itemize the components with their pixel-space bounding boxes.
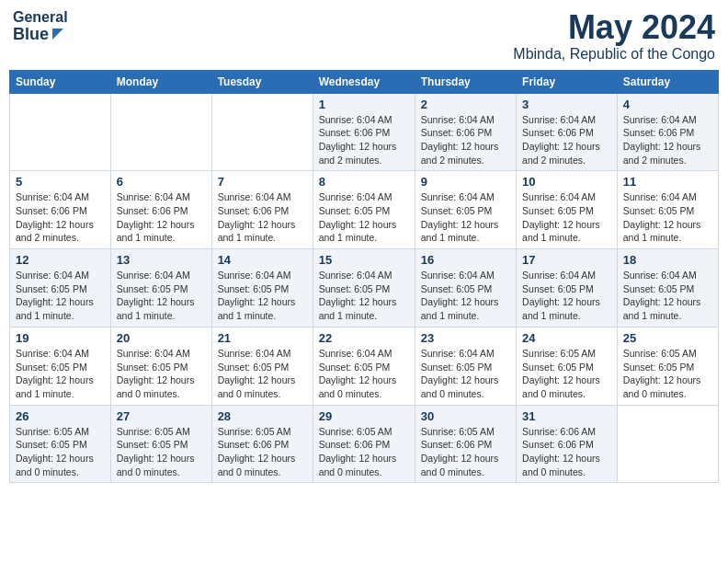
day-info: Sunrise: 6:04 AM Sunset: 6:05 PM Dayligh… [623,269,712,323]
calendar-cell: 7Sunrise: 6:04 AM Sunset: 6:06 PM Daylig… [211,171,313,249]
calendar-cell: 8Sunrise: 6:04 AM Sunset: 6:05 PM Daylig… [313,171,415,249]
calendar-cell: 1Sunrise: 6:04 AM Sunset: 6:06 PM Daylig… [313,93,415,171]
day-number: 16 [421,253,510,267]
calendar-cell: 17Sunrise: 6:04 AM Sunset: 6:05 PM Dayli… [517,249,618,327]
calendar-cell: 22Sunrise: 6:04 AM Sunset: 6:05 PM Dayli… [313,327,415,405]
day-number: 24 [522,331,611,345]
day-info: Sunrise: 6:04 AM Sunset: 6:06 PM Dayligh… [117,190,206,245]
page-title: May 2024 [513,9,715,46]
day-number: 27 [117,409,206,423]
calendar-cell: 28Sunrise: 6:05 AM Sunset: 6:06 PM Dayli… [211,405,313,483]
calendar-cell: 13Sunrise: 6:04 AM Sunset: 6:05 PM Dayli… [110,249,211,327]
day-info: Sunrise: 6:04 AM Sunset: 6:05 PM Dayligh… [218,347,307,401]
page-header: General Blue May 2024 Mbinda, Republic o… [9,9,719,63]
day-info: Sunrise: 6:04 AM Sunset: 6:06 PM Dayligh… [319,113,409,167]
calendar-cell: 12Sunrise: 6:04 AM Sunset: 6:05 PM Dayli… [10,249,111,327]
day-info: Sunrise: 6:05 AM Sunset: 6:05 PM Dayligh… [522,347,611,401]
col-friday: Friday [517,70,618,93]
logo-general-text: General [13,9,68,26]
calendar-cell [110,93,211,171]
day-info: Sunrise: 6:04 AM Sunset: 6:05 PM Dayligh… [218,269,307,323]
day-info: Sunrise: 6:04 AM Sunset: 6:05 PM Dayligh… [522,190,611,245]
day-number: 2 [421,98,510,111]
day-number: 11 [623,175,712,189]
calendar-cell: 18Sunrise: 6:04 AM Sunset: 6:05 PM Dayli… [617,249,718,327]
day-info: Sunrise: 6:04 AM Sunset: 6:05 PM Dayligh… [117,269,206,323]
page-subtitle: Mbinda, Republic of the Congo [513,46,715,63]
calendar-cell [10,93,111,171]
calendar-table: Sunday Monday Tuesday Wednesday Thursday… [9,70,719,484]
day-number: 15 [319,253,409,267]
day-number: 22 [319,331,409,345]
calendar-cell: 5Sunrise: 6:04 AM Sunset: 6:06 PM Daylig… [10,171,111,249]
day-number: 13 [117,253,206,267]
day-info: Sunrise: 6:06 AM Sunset: 6:06 PM Dayligh… [522,425,611,479]
week-row-0: 1Sunrise: 6:04 AM Sunset: 6:06 PM Daylig… [10,93,719,171]
col-thursday: Thursday [415,70,516,93]
calendar-cell: 27Sunrise: 6:05 AM Sunset: 6:05 PM Dayli… [110,405,211,483]
week-row-1: 5Sunrise: 6:04 AM Sunset: 6:06 PM Daylig… [10,171,719,249]
col-sunday: Sunday [10,70,111,93]
day-info: Sunrise: 6:04 AM Sunset: 6:05 PM Dayligh… [117,347,206,401]
day-info: Sunrise: 6:05 AM Sunset: 6:06 PM Dayligh… [421,425,510,479]
day-number: 19 [16,331,105,345]
day-number: 31 [522,409,611,423]
day-number: 21 [218,331,307,345]
calendar-cell: 11Sunrise: 6:04 AM Sunset: 6:05 PM Dayli… [617,171,718,249]
day-info: Sunrise: 6:04 AM Sunset: 6:05 PM Dayligh… [319,269,409,323]
day-number: 26 [16,409,105,423]
calendar-cell: 25Sunrise: 6:05 AM Sunset: 6:05 PM Dayli… [617,327,718,405]
calendar-cell: 9Sunrise: 6:04 AM Sunset: 6:05 PM Daylig… [415,171,516,249]
col-wednesday: Wednesday [313,70,415,93]
day-number: 28 [218,409,307,423]
day-number: 29 [319,409,409,423]
day-number: 20 [117,331,206,345]
calendar-cell: 14Sunrise: 6:04 AM Sunset: 6:05 PM Dayli… [211,249,313,327]
calendar-cell: 16Sunrise: 6:04 AM Sunset: 6:05 PM Dayli… [415,249,516,327]
calendar-cell: 20Sunrise: 6:04 AM Sunset: 6:05 PM Dayli… [110,327,211,405]
day-info: Sunrise: 6:05 AM Sunset: 6:06 PM Dayligh… [319,425,409,479]
calendar-cell: 3Sunrise: 6:04 AM Sunset: 6:06 PM Daylig… [517,93,618,171]
logo: General Blue [13,9,68,43]
day-info: Sunrise: 6:04 AM Sunset: 6:05 PM Dayligh… [421,269,510,323]
day-number: 25 [623,331,712,345]
calendar-cell: 26Sunrise: 6:05 AM Sunset: 6:05 PM Dayli… [10,405,111,483]
day-number: 17 [522,253,611,267]
calendar-header-row: Sunday Monday Tuesday Wednesday Thursday… [10,70,719,93]
day-number: 7 [218,175,307,189]
calendar-cell: 23Sunrise: 6:04 AM Sunset: 6:05 PM Dayli… [415,327,516,405]
day-number: 14 [218,253,307,267]
day-number: 10 [522,175,611,189]
calendar-cell [617,405,718,483]
day-info: Sunrise: 6:04 AM Sunset: 6:06 PM Dayligh… [218,190,307,245]
week-row-3: 19Sunrise: 6:04 AM Sunset: 6:05 PM Dayli… [10,327,719,405]
col-monday: Monday [110,70,211,93]
day-info: Sunrise: 6:04 AM Sunset: 6:06 PM Dayligh… [421,113,510,167]
day-info: Sunrise: 6:05 AM Sunset: 6:06 PM Dayligh… [218,425,307,479]
day-info: Sunrise: 6:04 AM Sunset: 6:05 PM Dayligh… [522,269,611,323]
calendar-cell: 2Sunrise: 6:04 AM Sunset: 6:06 PM Daylig… [415,93,516,171]
day-info: Sunrise: 6:05 AM Sunset: 6:05 PM Dayligh… [16,425,105,479]
col-saturday: Saturday [617,70,718,93]
calendar-cell: 29Sunrise: 6:05 AM Sunset: 6:06 PM Dayli… [313,405,415,483]
day-number: 1 [319,98,409,111]
day-number: 4 [623,98,712,111]
calendar-cell: 6Sunrise: 6:04 AM Sunset: 6:06 PM Daylig… [110,171,211,249]
calendar-cell [211,93,313,171]
day-info: Sunrise: 6:04 AM Sunset: 6:05 PM Dayligh… [623,190,712,245]
calendar-cell: 30Sunrise: 6:05 AM Sunset: 6:06 PM Dayli… [415,405,516,483]
day-info: Sunrise: 6:04 AM Sunset: 6:06 PM Dayligh… [522,113,611,167]
day-info: Sunrise: 6:04 AM Sunset: 6:06 PM Dayligh… [16,190,105,245]
day-number: 12 [16,253,105,267]
day-number: 8 [319,175,409,189]
day-info: Sunrise: 6:04 AM Sunset: 6:05 PM Dayligh… [16,269,105,323]
calendar-cell: 21Sunrise: 6:04 AM Sunset: 6:05 PM Dayli… [211,327,313,405]
calendar-cell: 31Sunrise: 6:06 AM Sunset: 6:06 PM Dayli… [517,405,618,483]
day-info: Sunrise: 6:04 AM Sunset: 6:05 PM Dayligh… [421,347,510,401]
calendar-cell: 19Sunrise: 6:04 AM Sunset: 6:05 PM Dayli… [10,327,111,405]
day-info: Sunrise: 6:04 AM Sunset: 6:05 PM Dayligh… [319,347,409,401]
calendar-cell: 15Sunrise: 6:04 AM Sunset: 6:05 PM Dayli… [313,249,415,327]
day-number: 6 [117,175,206,189]
day-number: 30 [421,409,510,423]
day-number: 5 [16,175,105,189]
